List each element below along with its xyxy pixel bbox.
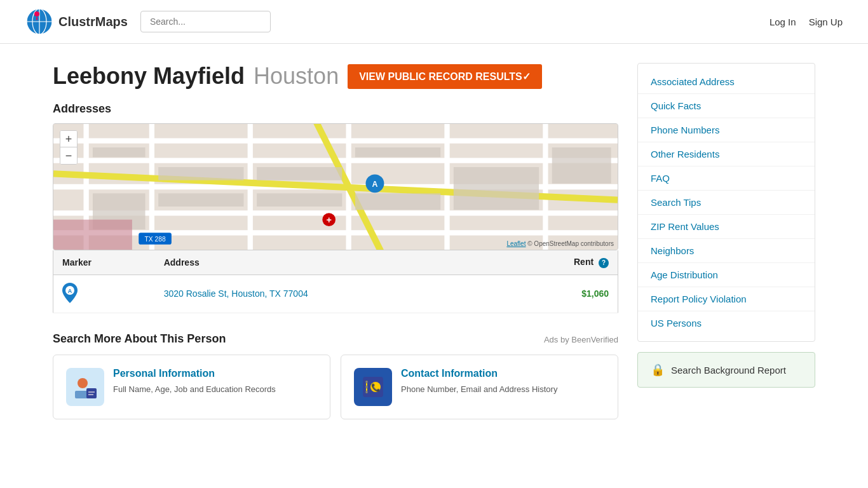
rent-info-icon[interactable]: ?: [599, 258, 609, 268]
svg-rect-25: [355, 147, 440, 157]
site-logo[interactable]: ClustrMaps: [25, 8, 128, 36]
contact-icon: 📞: [354, 368, 392, 406]
zoom-in-button[interactable]: +: [60, 131, 77, 147]
sidebar-link-age-distribution[interactable]: Age Distribution: [638, 263, 815, 287]
svg-rect-22: [158, 193, 243, 207]
sidebar-link-report-policy-violation[interactable]: Report Policy Violation: [638, 287, 815, 311]
page-title: Leebony Mayfield Houston VIEW PUBLIC REC…: [53, 63, 618, 90]
col-marker-header: Marker: [53, 250, 155, 274]
map-container: TX 288 A + + − Leaflet © OpenStreetMa: [53, 123, 618, 250]
leaflet-link[interactable]: Leaflet: [506, 240, 526, 247]
bg-report-label: Search Background Report: [671, 365, 786, 376]
lock-icon: 🔒: [651, 363, 665, 377]
sidebar-link-other-residents[interactable]: Other Residents: [638, 142, 815, 166]
svg-rect-28: [552, 147, 611, 184]
svg-rect-21: [257, 167, 342, 180]
svg-point-48: [365, 391, 368, 393]
address-link[interactable]: 3020 Rosalie St, Houston, TX 77004: [164, 288, 308, 299]
info-cards-row: Personal Information Full Name, Age, Job…: [53, 355, 618, 419]
logo-text: ClustrMaps: [58, 15, 128, 29]
marker-cell: A: [53, 274, 155, 313]
search-input[interactable]: [140, 11, 271, 32]
svg-rect-23: [257, 193, 342, 207]
svg-rect-24: [93, 147, 146, 157]
site-header: ClustrMaps Log In Sign Up: [0, 0, 868, 44]
sidebar-link-zip-rent-values[interactable]: ZIP Rent Values: [638, 215, 815, 239]
svg-text:A: A: [68, 288, 72, 294]
person-city: Houston: [254, 63, 339, 90]
contact-info-card[interactable]: 📞 Contact Information Phone Number, Emai…: [341, 355, 618, 419]
sidebar-link-associated-address[interactable]: Associated Address: [638, 70, 815, 94]
address-table: Marker Address Rent ? A 3020: [53, 250, 618, 313]
search-background-report-button[interactable]: 🔒 Search Background Report: [637, 352, 815, 388]
svg-text:A: A: [372, 180, 377, 189]
right-sidebar: Associated AddressQuick FactsPhone Numbe…: [637, 63, 815, 419]
sidebar-link-faq[interactable]: FAQ: [638, 166, 815, 191]
ads-label: Ads by BeenVerified: [544, 335, 618, 344]
personal-info-card[interactable]: Personal Information Full Name, Age, Job…: [53, 355, 330, 419]
left-column: Leebony Mayfield Houston VIEW PUBLIC REC…: [53, 63, 618, 419]
svg-point-5: [34, 11, 39, 17]
map-marker-a: A: [62, 283, 78, 303]
map-zoom-controls: + −: [60, 130, 78, 165]
main-content: Leebony Mayfield Houston VIEW PUBLIC REC…: [27, 44, 841, 438]
sidebar-link-phone-numbers[interactable]: Phone Numbers: [638, 118, 815, 142]
addresses-section-title: Addresses: [53, 102, 618, 116]
personal-card-content: Personal Information Full Name, Age, Job…: [113, 368, 276, 396]
svg-rect-27: [454, 167, 539, 210]
svg-rect-41: [86, 388, 97, 398]
sidebar-link-search-tips[interactable]: Search Tips: [638, 191, 815, 215]
contact-card-desc: Phone Number, Email and Address History: [401, 383, 557, 396]
svg-text:📞: 📞: [371, 383, 381, 392]
address-cell[interactable]: 3020 Rosalie St, Houston, TX 77004: [155, 274, 504, 313]
contact-card-content: Contact Information Phone Number, Email …: [401, 368, 557, 396]
rent-value: $1,060: [581, 288, 609, 299]
svg-text:+: +: [326, 215, 331, 225]
svg-point-46: [365, 381, 368, 383]
rent-cell: $1,060: [504, 274, 618, 313]
address-row: A 3020 Rosalie St, Houston, TX 77004 $1,…: [53, 274, 618, 313]
login-link[interactable]: Log In: [770, 17, 796, 27]
search-more-title: Search More About This Person: [53, 332, 226, 346]
personal-card-desc: Full Name, Age, Job and Education Record…: [113, 383, 276, 396]
sidebar-navigation: Associated AddressQuick FactsPhone Numbe…: [637, 63, 815, 342]
signup-link[interactable]: Sign Up: [809, 17, 843, 27]
svg-rect-30: [53, 220, 132, 250]
person-name: Leebony Mayfield: [53, 63, 245, 90]
map-attribution: Leaflet © OpenStreetMap contributors: [506, 240, 614, 247]
personal-icon: [66, 368, 104, 406]
svg-rect-26: [355, 193, 440, 210]
svg-point-39: [78, 378, 88, 388]
contact-card-title: Contact Information: [401, 368, 557, 379]
col-rent-header: Rent ?: [504, 250, 618, 274]
osm-attribution: © OpenStreetMap contributors: [527, 240, 614, 247]
personal-card-title: Personal Information: [113, 368, 276, 379]
globe-icon: [25, 8, 53, 36]
col-address-header: Address: [155, 250, 504, 274]
search-more-header: Search More About This Person Ads by Bee…: [53, 332, 618, 355]
svg-point-47: [365, 386, 368, 388]
sidebar-link-us-persons[interactable]: US Persons: [638, 311, 815, 335]
sidebar-link-quick-facts[interactable]: Quick Facts: [638, 94, 815, 118]
sidebar-link-neighbors[interactable]: Neighbors: [638, 239, 815, 263]
svg-rect-20: [158, 167, 243, 180]
map-svg: TX 288 A +: [53, 124, 618, 250]
view-record-button[interactable]: VIEW PUBLIC RECORD RESULTS✓: [348, 64, 542, 89]
svg-text:TX 288: TX 288: [144, 236, 166, 243]
zoom-out-button[interactable]: −: [60, 147, 77, 164]
header-nav: Log In Sign Up: [770, 17, 843, 27]
